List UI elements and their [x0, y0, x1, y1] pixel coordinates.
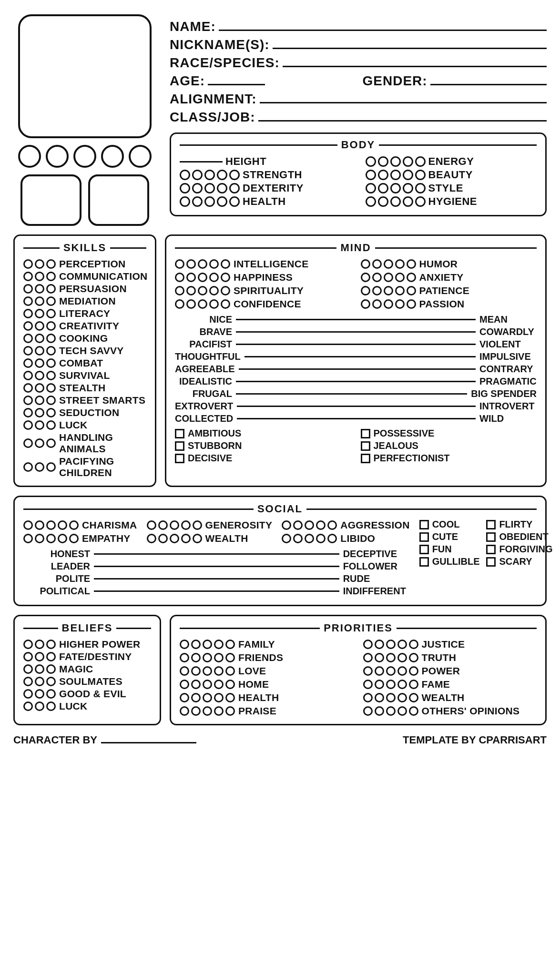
circle: [229, 183, 240, 193]
social-stat-row: CHARISMA: [23, 519, 137, 531]
circle: [397, 706, 407, 716]
social-checks: COOLFLIRTYCUTEOBEDIENTFUNFORGIVINGGULLIB…: [419, 519, 553, 567]
circle: [221, 286, 230, 295]
circle: [409, 666, 418, 676]
circle: [46, 702, 56, 711]
circle: [170, 534, 179, 543]
circles: [180, 693, 235, 702]
circle: [386, 653, 396, 662]
checkbox[interactable]: [486, 545, 496, 554]
checkbox[interactable]: [361, 441, 370, 451]
checkbox[interactable]: [361, 429, 370, 438]
social-stat-label: LIBIDO: [340, 533, 375, 544]
social-stats-grid: CHARISMAGENEROSITYAGGRESSIONEMPATHYWEALT…: [23, 519, 410, 545]
spec-right: IMPULSIVE: [479, 351, 537, 362]
circles: [23, 702, 56, 711]
beliefs-box: Beliefs HIGHER POWERFATE/DESTINYMAGICSOU…: [13, 615, 161, 725]
priority-label: HOME: [238, 679, 269, 690]
priorities-bar-left: [180, 628, 320, 629]
spec-left: BRAVE: [175, 326, 232, 337]
alignment-label: Alignment:: [170, 92, 257, 107]
circles: [175, 299, 230, 309]
checkbox-label: AMBITIOUS: [188, 428, 241, 439]
circle: [198, 286, 207, 295]
circle: [375, 680, 384, 689]
social-content: CHARISMAGENEROSITYAGGRESSIONEMPATHYWEALT…: [23, 519, 537, 598]
checkbox[interactable]: [175, 441, 184, 451]
checkbox[interactable]: [486, 532, 496, 542]
checkbox[interactable]: [419, 520, 429, 529]
skills-list: PERCEPTIONCOMMUNICATIONPERSUASIONMEDIATI…: [23, 258, 146, 479]
checkbox[interactable]: [361, 454, 370, 463]
circles: [23, 438, 56, 448]
circles: [363, 640, 418, 649]
mind-stat-row: PASSION: [361, 298, 537, 310]
bubble-3: [73, 145, 96, 168]
skill-label: CREATIVITY: [59, 320, 119, 332]
circle: [390, 170, 401, 180]
circle: [46, 408, 56, 417]
spec-line: [237, 418, 476, 419]
circle: [23, 346, 33, 356]
circle: [46, 677, 56, 686]
spec-line: [94, 566, 339, 567]
footer-left: Character By: [13, 734, 196, 746]
spectrum-row: AGREEABLE CONTRARY: [175, 364, 537, 375]
name-line: [219, 30, 547, 31]
priority-row: FRIENDS: [180, 651, 354, 664]
char-by-line: [101, 742, 196, 743]
skills-mind-row: Skills PERCEPTIONCOMMUNICATIONPERSUASION…: [13, 234, 547, 487]
health-circles: [180, 196, 240, 207]
circle: [407, 299, 416, 309]
checkbox[interactable]: [486, 557, 496, 567]
circles: [180, 666, 235, 676]
circle: [209, 299, 219, 309]
circle: [397, 680, 407, 689]
social-bar-right: [306, 508, 537, 510]
circles: [282, 534, 337, 543]
spec-line: [236, 319, 476, 320]
checkbox-label: CUTE: [432, 531, 458, 542]
checkbox[interactable]: [486, 520, 496, 529]
spectrum-row: PACIFIST VIOLENT: [175, 339, 537, 350]
circle: [397, 653, 407, 662]
circles: [175, 259, 230, 269]
circle: [378, 170, 388, 180]
race-label: Race/Species:: [170, 55, 280, 71]
spec-right: WILD: [479, 413, 537, 424]
bubble-2: [46, 145, 69, 168]
classjob-line: [258, 120, 547, 122]
mind-spectra: NICE MEAN BRAVE COWARDLY PACIFIST VIOLEN…: [175, 314, 537, 424]
checkbox[interactable]: [419, 532, 429, 542]
circle: [46, 438, 56, 448]
circles: [23, 689, 56, 699]
circles: [23, 664, 56, 674]
circle: [378, 196, 388, 207]
portrait-small-left: [20, 174, 81, 226]
strength-label: STRENGTH: [243, 169, 302, 181]
checkbox[interactable]: [419, 545, 429, 554]
priority-label: POWER: [422, 665, 460, 677]
circles: [23, 284, 56, 294]
circle: [327, 534, 337, 543]
mind-stat-label: INTELLIGENCE: [234, 258, 309, 270]
social-stat-label: WEALTH: [205, 533, 248, 544]
hygiene-label: HYGIENE: [428, 195, 478, 208]
circles: [23, 309, 56, 318]
char-by-label: Character By: [13, 734, 97, 746]
strength-row: STRENGTH: [180, 168, 351, 182]
priority-label: JUSTICE: [422, 639, 465, 650]
circle: [204, 170, 215, 180]
circle: [198, 259, 207, 269]
circle: [366, 196, 376, 207]
circle: [203, 666, 212, 676]
checkbox[interactable]: [419, 557, 429, 567]
spec-right: MEAN: [479, 314, 537, 325]
mind-stat-row: HUMOR: [361, 258, 537, 270]
spec-right: VIOLENT: [479, 339, 537, 350]
checkbox[interactable]: [175, 454, 184, 463]
circle: [23, 259, 33, 269]
checkbox[interactable]: [175, 429, 184, 438]
spec-right: BIG SPENDER: [471, 388, 537, 399]
height-field-line: [180, 161, 223, 163]
